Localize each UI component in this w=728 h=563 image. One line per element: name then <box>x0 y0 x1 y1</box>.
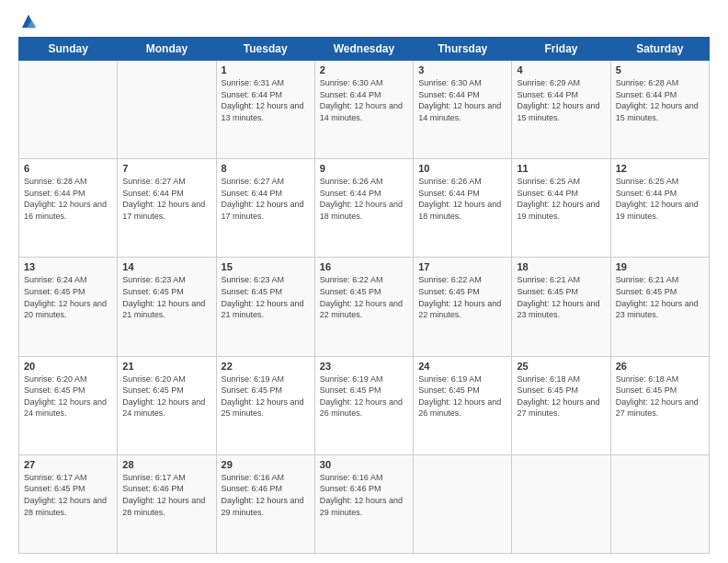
weekday-header-cell: Tuesday <box>216 38 314 61</box>
day-number: 24 <box>418 361 506 372</box>
day-number: 2 <box>320 64 408 75</box>
day-info: Sunrise: 6:23 AMSunset: 6:45 PMDaylight:… <box>122 274 210 320</box>
sunset-text: Sunset: 6:45 PM <box>122 286 210 298</box>
day-number: 25 <box>517 361 605 372</box>
day-info: Sunrise: 6:28 AMSunset: 6:44 PMDaylight:… <box>24 176 112 222</box>
day-number: 17 <box>418 261 506 272</box>
daylight-text: Daylight: 12 hours and 24 minutes. <box>24 396 112 419</box>
day-info: Sunrise: 6:19 AMSunset: 6:45 PMDaylight:… <box>222 373 310 419</box>
calendar-cell <box>610 454 709 553</box>
day-info: Sunrise: 6:19 AMSunset: 6:45 PMDaylight:… <box>320 373 408 419</box>
weekday-header-cell: Saturday <box>610 38 709 61</box>
daylight-text: Daylight: 12 hours and 29 minutes. <box>320 495 408 518</box>
sunrise-text: Sunrise: 6:26 AM <box>418 176 506 188</box>
sunrise-text: Sunrise: 6:20 AM <box>24 373 112 385</box>
day-info: Sunrise: 6:22 AMSunset: 6:45 PMDaylight:… <box>418 274 506 320</box>
day-info: Sunrise: 6:28 AMSunset: 6:44 PMDaylight:… <box>616 77 704 123</box>
sunset-text: Sunset: 6:45 PM <box>24 483 112 495</box>
sunset-text: Sunset: 6:45 PM <box>616 385 704 396</box>
calendar-cell: 9Sunrise: 6:26 AMSunset: 6:44 PMDaylight… <box>314 159 413 258</box>
sunset-text: Sunset: 6:44 PM <box>122 188 210 200</box>
sunset-text: Sunset: 6:46 PM <box>122 483 210 495</box>
sunrise-text: Sunrise: 6:19 AM <box>320 373 408 385</box>
page: SundayMondayTuesdayWednesdayThursdayFrid… <box>0 0 728 563</box>
sunset-text: Sunset: 6:45 PM <box>616 286 704 298</box>
day-number: 15 <box>222 261 310 272</box>
day-number: 20 <box>24 361 112 372</box>
day-info: Sunrise: 6:29 AMSunset: 6:44 PMDaylight:… <box>517 77 605 123</box>
day-number: 9 <box>320 163 408 174</box>
calendar-cell: 30Sunrise: 6:16 AMSunset: 6:46 PMDayligh… <box>314 454 413 553</box>
sunrise-text: Sunrise: 6:21 AM <box>517 274 605 286</box>
calendar-cell: 24Sunrise: 6:19 AMSunset: 6:45 PMDayligh… <box>414 356 512 454</box>
calendar-table: SundayMondayTuesdayWednesdayThursdayFrid… <box>18 37 710 554</box>
day-info: Sunrise: 6:22 AMSunset: 6:45 PMDaylight:… <box>320 274 408 320</box>
calendar-cell: 28Sunrise: 6:17 AMSunset: 6:46 PMDayligh… <box>118 454 216 553</box>
day-number: 5 <box>616 64 704 75</box>
day-number: 14 <box>122 261 210 272</box>
day-number: 22 <box>222 361 310 372</box>
sunset-text: Sunset: 6:44 PM <box>222 89 310 101</box>
daylight-text: Daylight: 12 hours and 17 minutes. <box>122 199 210 222</box>
daylight-text: Daylight: 12 hours and 21 minutes. <box>222 298 310 321</box>
daylight-text: Daylight: 12 hours and 27 minutes. <box>616 396 704 419</box>
daylight-text: Daylight: 12 hours and 26 minutes. <box>320 396 408 419</box>
calendar-cell: 21Sunrise: 6:20 AMSunset: 6:45 PMDayligh… <box>118 356 216 454</box>
sunset-text: Sunset: 6:44 PM <box>517 188 605 200</box>
calendar-cell: 6Sunrise: 6:28 AMSunset: 6:44 PMDaylight… <box>19 159 118 258</box>
day-number: 28 <box>122 459 210 470</box>
daylight-text: Daylight: 12 hours and 16 minutes. <box>24 199 112 222</box>
sunrise-text: Sunrise: 6:29 AM <box>517 77 605 89</box>
day-number: 18 <box>517 261 605 272</box>
sunset-text: Sunset: 6:46 PM <box>320 483 408 495</box>
header <box>18 15 710 28</box>
weekday-header-cell: Wednesday <box>314 38 413 61</box>
sunrise-text: Sunrise: 6:18 AM <box>616 373 704 385</box>
weekday-header-row: SundayMondayTuesdayWednesdayThursdayFrid… <box>19 38 710 61</box>
sunset-text: Sunset: 6:44 PM <box>418 89 506 101</box>
day-number: 4 <box>517 64 605 75</box>
daylight-text: Daylight: 12 hours and 28 minutes. <box>24 495 112 518</box>
day-info: Sunrise: 6:27 AMSunset: 6:44 PMDaylight:… <box>222 176 310 222</box>
day-info: Sunrise: 6:26 AMSunset: 6:44 PMDaylight:… <box>418 176 506 222</box>
day-number: 12 <box>616 163 704 174</box>
sunset-text: Sunset: 6:45 PM <box>24 286 112 298</box>
calendar-cell: 29Sunrise: 6:16 AMSunset: 6:46 PMDayligh… <box>216 454 314 553</box>
day-info: Sunrise: 6:23 AMSunset: 6:45 PMDaylight:… <box>222 274 310 320</box>
day-number: 16 <box>320 261 408 272</box>
weekday-header-cell: Thursday <box>414 38 512 61</box>
calendar-cell <box>19 61 118 159</box>
sunset-text: Sunset: 6:45 PM <box>517 286 605 298</box>
daylight-text: Daylight: 12 hours and 20 minutes. <box>24 298 112 321</box>
weekday-header-cell: Friday <box>512 38 610 61</box>
day-number: 26 <box>616 361 704 372</box>
sunrise-text: Sunrise: 6:17 AM <box>24 472 112 484</box>
calendar-cell: 1Sunrise: 6:31 AMSunset: 6:44 PMDaylight… <box>216 61 314 159</box>
day-info: Sunrise: 6:30 AMSunset: 6:44 PMDaylight:… <box>320 77 408 123</box>
calendar-cell: 14Sunrise: 6:23 AMSunset: 6:45 PMDayligh… <box>118 258 216 356</box>
day-number: 6 <box>24 163 112 174</box>
day-info: Sunrise: 6:17 AMSunset: 6:46 PMDaylight:… <box>122 472 210 518</box>
sunrise-text: Sunrise: 6:18 AM <box>517 373 605 385</box>
sunset-text: Sunset: 6:45 PM <box>418 286 506 298</box>
calendar-cell: 23Sunrise: 6:19 AMSunset: 6:45 PMDayligh… <box>314 356 413 454</box>
calendar-cell <box>118 61 216 159</box>
sunset-text: Sunset: 6:45 PM <box>122 385 210 396</box>
calendar-cell: 7Sunrise: 6:27 AMSunset: 6:44 PMDaylight… <box>118 159 216 258</box>
sunrise-text: Sunrise: 6:27 AM <box>122 176 210 188</box>
sunset-text: Sunset: 6:44 PM <box>320 188 408 200</box>
sunset-text: Sunset: 6:45 PM <box>222 286 310 298</box>
day-info: Sunrise: 6:26 AMSunset: 6:44 PMDaylight:… <box>320 176 408 222</box>
sunrise-text: Sunrise: 6:16 AM <box>222 472 310 484</box>
day-info: Sunrise: 6:20 AMSunset: 6:45 PMDaylight:… <box>24 373 112 419</box>
sunset-text: Sunset: 6:45 PM <box>24 385 112 396</box>
sunset-text: Sunset: 6:44 PM <box>517 89 605 101</box>
sunset-text: Sunset: 6:45 PM <box>517 385 605 396</box>
logo-icon <box>20 13 37 29</box>
day-number: 27 <box>24 459 112 470</box>
calendar-week-row: 13Sunrise: 6:24 AMSunset: 6:45 PMDayligh… <box>19 258 710 356</box>
sunset-text: Sunset: 6:44 PM <box>616 188 704 200</box>
daylight-text: Daylight: 12 hours and 22 minutes. <box>418 298 506 321</box>
daylight-text: Daylight: 12 hours and 27 minutes. <box>517 396 605 419</box>
calendar-cell: 4Sunrise: 6:29 AMSunset: 6:44 PMDaylight… <box>512 61 610 159</box>
